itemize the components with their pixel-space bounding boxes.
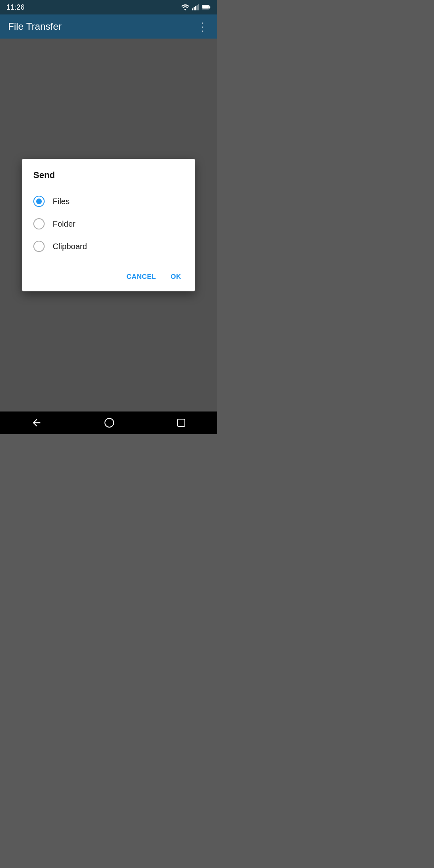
nav-bar [0, 411, 217, 434]
dialog-title: Send [33, 170, 184, 180]
radio-group: Files Folder Clipboard [33, 190, 184, 258]
dialog-actions: CANCEL OK [33, 266, 184, 285]
radio-label-files: Files [53, 197, 70, 206]
svg-rect-4 [198, 4, 199, 10]
svg-rect-3 [197, 5, 198, 10]
back-button[interactable] [31, 417, 42, 428]
svg-rect-6 [209, 6, 210, 8]
radio-item-clipboard[interactable]: Clipboard [33, 235, 184, 258]
status-icons [181, 4, 211, 10]
radio-label-clipboard: Clipboard [53, 242, 87, 251]
ok-button[interactable]: OK [168, 269, 184, 285]
wifi-icon [181, 4, 190, 10]
radio-item-files[interactable]: Files [33, 190, 184, 213]
svg-rect-9 [178, 419, 185, 426]
send-dialog: Send Files Folder Clipboard [22, 159, 195, 291]
svg-rect-7 [202, 6, 209, 8]
battery-icon [202, 4, 211, 10]
svg-rect-1 [194, 7, 195, 10]
radio-circle-clipboard [33, 241, 45, 252]
signal-icon [192, 4, 199, 10]
radio-circle-files [33, 196, 45, 207]
home-button[interactable] [104, 418, 114, 428]
recents-button[interactable] [176, 418, 186, 428]
radio-circle-folder [33, 218, 45, 229]
app-bar: File Transfer ⋮ [0, 14, 217, 39]
cancel-button[interactable]: CANCEL [124, 269, 159, 285]
radio-inner-files [36, 199, 42, 204]
app-title: File Transfer [8, 21, 61, 32]
status-bar: 11:26 [0, 0, 217, 14]
more-options-icon[interactable]: ⋮ [197, 20, 209, 33]
radio-label-folder: Folder [53, 219, 76, 229]
svg-rect-0 [192, 8, 193, 10]
svg-rect-2 [195, 6, 197, 10]
content-area: Send Files Folder Clipboard [0, 39, 217, 411]
svg-point-8 [105, 418, 114, 427]
radio-item-folder[interactable]: Folder [33, 213, 184, 235]
status-time: 11:26 [6, 3, 25, 12]
